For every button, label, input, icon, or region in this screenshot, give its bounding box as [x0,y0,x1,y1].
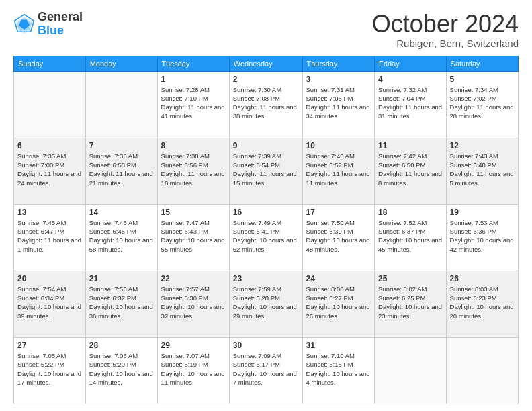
calendar: SundayMondayTuesdayWednesdayThursdayFrid… [13,56,519,404]
calendar-cell: 25Sunrise: 8:02 AM Sunset: 6:25 PM Dayli… [375,271,446,337]
day-number: 14 [89,208,154,217]
day-number: 3 [306,75,371,84]
day-info: Sunrise: 7:39 AM Sunset: 6:54 PM Dayligh… [233,152,299,187]
calendar-cell: 14Sunrise: 7:46 AM Sunset: 6:45 PM Dayli… [85,204,157,271]
calendar-cell [14,71,86,138]
calendar-cell: 10Sunrise: 7:40 AM Sunset: 6:52 PM Dayli… [302,138,375,204]
calendar-week-row: 20Sunrise: 7:54 AM Sunset: 6:34 PM Dayli… [14,271,519,337]
calendar-cell: 13Sunrise: 7:45 AM Sunset: 6:47 PM Dayli… [14,204,86,271]
calendar-cell [446,337,518,404]
month-title: October 2024 [372,11,519,38]
day-number: 18 [378,208,442,217]
calendar-week-row: 6Sunrise: 7:35 AM Sunset: 7:00 PM Daylig… [14,138,519,204]
weekday-header: Thursday [302,56,375,71]
day-info: Sunrise: 7:38 AM Sunset: 6:56 PM Dayligh… [161,152,226,187]
calendar-cell: 24Sunrise: 8:00 AM Sunset: 6:27 PM Dayli… [302,271,375,337]
day-info: Sunrise: 7:56 AM Sunset: 6:32 PM Dayligh… [89,285,154,320]
day-number: 29 [161,340,226,350]
day-info: Sunrise: 8:02 AM Sunset: 6:25 PM Dayligh… [378,285,442,320]
logo: General Blue [13,11,83,38]
day-number: 27 [17,340,82,350]
calendar-cell: 8Sunrise: 7:38 AM Sunset: 6:56 PM Daylig… [157,138,229,204]
day-number: 22 [161,274,226,283]
weekday-header: Sunday [14,56,86,71]
calendar-cell: 18Sunrise: 7:52 AM Sunset: 6:37 PM Dayli… [375,204,446,271]
weekday-header-row: SundayMondayTuesdayWednesdayThursdayFrid… [14,56,519,71]
day-info: Sunrise: 7:43 AM Sunset: 6:48 PM Dayligh… [450,152,515,187]
day-number: 5 [450,75,515,84]
day-info: Sunrise: 7:57 AM Sunset: 6:30 PM Dayligh… [161,285,226,320]
calendar-cell: 7Sunrise: 7:36 AM Sunset: 6:58 PM Daylig… [85,138,157,204]
calendar-cell: 3Sunrise: 7:31 AM Sunset: 7:06 PM Daylig… [302,71,375,138]
calendar-cell: 1Sunrise: 7:28 AM Sunset: 7:10 PM Daylig… [157,71,229,138]
calendar-cell: 2Sunrise: 7:30 AM Sunset: 7:08 PM Daylig… [229,71,302,138]
calendar-cell: 12Sunrise: 7:43 AM Sunset: 6:48 PM Dayli… [446,138,518,204]
day-info: Sunrise: 7:28 AM Sunset: 7:10 PM Dayligh… [161,85,226,121]
day-number: 23 [233,274,299,283]
calendar-cell: 19Sunrise: 7:53 AM Sunset: 6:36 PM Dayli… [446,204,518,271]
day-info: Sunrise: 7:09 AM Sunset: 5:17 PM Dayligh… [233,351,299,387]
day-number: 15 [161,208,226,217]
calendar-cell: 29Sunrise: 7:07 AM Sunset: 5:19 PM Dayli… [157,337,229,404]
calendar-cell: 28Sunrise: 7:06 AM Sunset: 5:20 PM Dayli… [85,337,157,404]
calendar-cell: 4Sunrise: 7:32 AM Sunset: 7:04 PM Daylig… [375,71,446,138]
day-number: 7 [89,141,154,150]
weekday-header: Friday [375,56,446,71]
day-number: 10 [306,141,371,150]
day-info: Sunrise: 8:03 AM Sunset: 6:23 PM Dayligh… [450,285,515,320]
day-number: 20 [17,274,82,283]
calendar-week-row: 1Sunrise: 7:28 AM Sunset: 7:10 PM Daylig… [14,71,519,138]
day-info: Sunrise: 7:36 AM Sunset: 6:58 PM Dayligh… [89,152,154,187]
day-number: 1 [161,75,226,84]
day-number: 31 [306,340,371,350]
logo-blue: Blue [38,24,83,38]
day-number: 24 [306,274,371,283]
day-number: 16 [233,208,299,217]
day-info: Sunrise: 7:05 AM Sunset: 5:22 PM Dayligh… [17,351,82,387]
calendar-week-row: 13Sunrise: 7:45 AM Sunset: 6:47 PM Dayli… [14,204,519,271]
day-number: 21 [89,274,154,283]
day-number: 6 [17,141,82,150]
day-info: Sunrise: 7:42 AM Sunset: 6:50 PM Dayligh… [378,152,442,187]
weekday-header: Monday [85,56,157,71]
day-number: 13 [17,208,82,217]
day-info: Sunrise: 7:07 AM Sunset: 5:19 PM Dayligh… [161,351,226,387]
calendar-cell: 22Sunrise: 7:57 AM Sunset: 6:30 PM Dayli… [157,271,229,337]
day-info: Sunrise: 7:31 AM Sunset: 7:06 PM Dayligh… [306,85,371,121]
day-info: Sunrise: 7:34 AM Sunset: 7:02 PM Dayligh… [450,85,515,121]
day-number: 28 [89,340,154,350]
day-info: Sunrise: 7:50 AM Sunset: 6:39 PM Dayligh… [306,218,371,254]
calendar-cell: 17Sunrise: 7:50 AM Sunset: 6:39 PM Dayli… [302,204,375,271]
calendar-cell: 5Sunrise: 7:34 AM Sunset: 7:02 PM Daylig… [446,71,518,138]
calendar-week-row: 27Sunrise: 7:05 AM Sunset: 5:22 PM Dayli… [14,337,519,404]
day-info: Sunrise: 7:45 AM Sunset: 6:47 PM Dayligh… [17,218,82,254]
day-info: Sunrise: 7:59 AM Sunset: 6:28 PM Dayligh… [233,285,299,320]
day-info: Sunrise: 7:30 AM Sunset: 7:08 PM Dayligh… [233,85,299,121]
day-number: 9 [233,141,299,150]
day-info: Sunrise: 7:10 AM Sunset: 5:15 PM Dayligh… [306,351,371,387]
weekday-header: Saturday [446,56,518,71]
calendar-cell: 15Sunrise: 7:47 AM Sunset: 6:43 PM Dayli… [157,204,229,271]
logo-icon [13,13,35,35]
logo-text: General Blue [38,11,83,38]
day-info: Sunrise: 8:00 AM Sunset: 6:27 PM Dayligh… [306,285,371,320]
day-info: Sunrise: 7:54 AM Sunset: 6:34 PM Dayligh… [17,285,82,320]
header: General Blue October 2024 Rubigen, Bern,… [13,11,519,49]
location: Rubigen, Bern, Switzerland [372,38,519,49]
calendar-cell: 11Sunrise: 7:42 AM Sunset: 6:50 PM Dayli… [375,138,446,204]
day-info: Sunrise: 7:47 AM Sunset: 6:43 PM Dayligh… [161,218,226,254]
logo-general: General [38,11,83,24]
day-info: Sunrise: 7:46 AM Sunset: 6:45 PM Dayligh… [89,218,154,254]
calendar-cell: 20Sunrise: 7:54 AM Sunset: 6:34 PM Dayli… [14,271,86,337]
calendar-cell: 31Sunrise: 7:10 AM Sunset: 5:15 PM Dayli… [302,337,375,404]
day-number: 4 [378,75,442,84]
day-number: 8 [161,141,226,150]
day-info: Sunrise: 7:40 AM Sunset: 6:52 PM Dayligh… [306,152,371,187]
calendar-cell: 6Sunrise: 7:35 AM Sunset: 7:00 PM Daylig… [14,138,86,204]
weekday-header: Tuesday [157,56,229,71]
title-section: October 2024 Rubigen, Bern, Switzerland [372,11,519,49]
day-info: Sunrise: 7:49 AM Sunset: 6:41 PM Dayligh… [233,218,299,254]
calendar-cell: 9Sunrise: 7:39 AM Sunset: 6:54 PM Daylig… [229,138,302,204]
day-number: 17 [306,208,371,217]
day-number: 19 [450,208,515,217]
